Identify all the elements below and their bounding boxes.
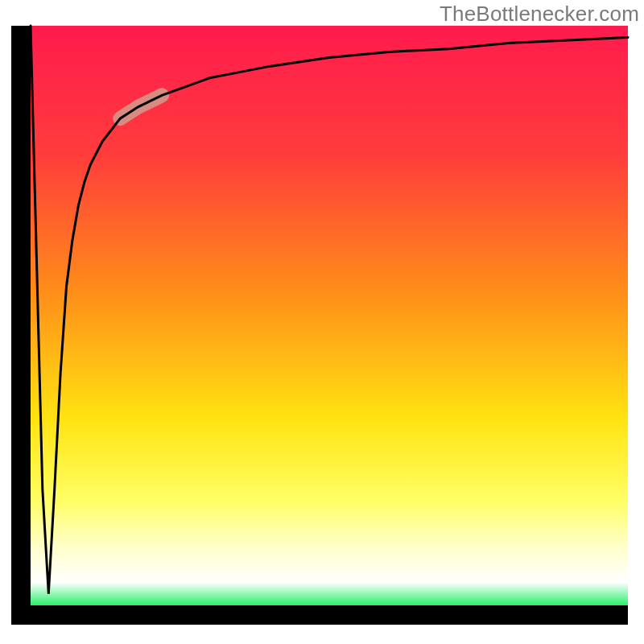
- watermark-label: TheBottlenecker.com: [440, 2, 639, 27]
- chart-stage: TheBottlenecker.com: [0, 0, 644, 644]
- y-axis: [11, 26, 31, 625]
- x-axis: [11, 605, 628, 625]
- bottleneck-chart: [0, 0, 644, 644]
- plot-area: [11, 26, 628, 625]
